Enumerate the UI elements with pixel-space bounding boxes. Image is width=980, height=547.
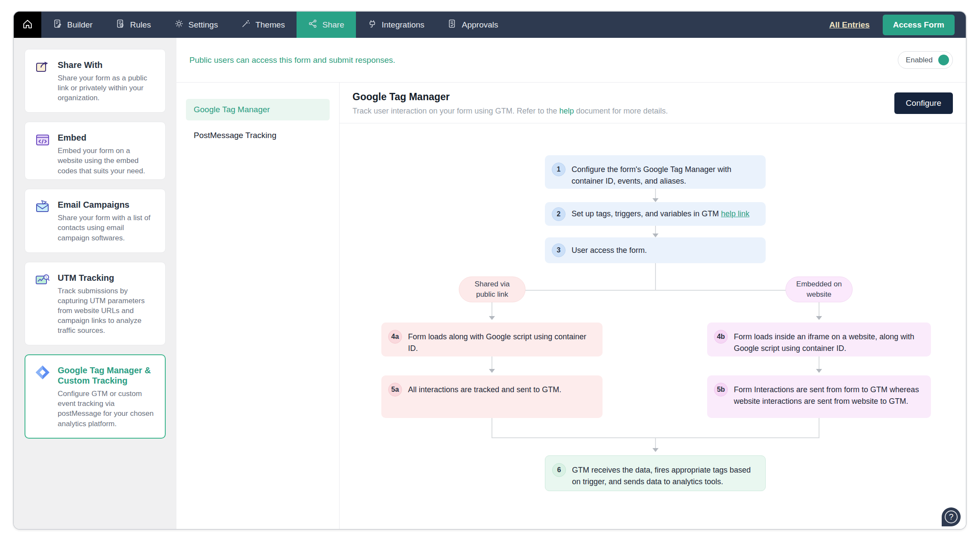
home-icon [22,18,33,31]
connector-line [819,418,819,438]
step-text: GTM receives the data, fires appropriate… [572,463,757,483]
flow-step-4a: 4a Form loads along with Google script u… [381,323,603,356]
card-title: Embed [58,132,156,143]
tab-builder[interactable]: Builder [41,12,104,38]
integrations-icon [368,19,377,31]
card-description: Share your form with a list of contacts … [58,213,156,243]
configure-button[interactable]: Configure [894,92,953,114]
step-text: All interactions are tracked and sent to… [408,383,561,411]
card-title: Email Campaigns [58,199,156,210]
help-link[interactable]: help [560,107,574,115]
enabled-toggle[interactable]: Enabled [898,51,953,69]
connector-line [492,290,819,291]
connector-line [655,263,656,290]
step-text-part: Set up tags, triggers, and variables in … [572,209,721,218]
arrowhead-icon [652,198,658,202]
flow-step-6: 6 GTM receives the data, fires appropria… [545,455,766,491]
subnav-item-postmessage-tracking[interactable]: PostMessage Tracking [186,125,330,146]
themes-icon [241,19,250,31]
gtm-flowchart: 1 Configure the form's Google Tag Manage… [340,123,966,530]
arrowhead-icon [652,448,658,452]
step-badge: 4b [714,330,728,344]
access-banner: Public users can access this form and su… [176,38,966,83]
help-button[interactable]: ? [942,507,961,526]
tab-rules[interactable]: Rules [104,12,163,38]
card-gtm-custom-tracking[interactable]: Google Tag Manager & Custom Tracking Con… [25,354,166,438]
branch-shared-via-public-link: Shared via public link [459,277,526,302]
all-entries-link[interactable]: All Entries [829,20,870,30]
branch-label-line: public link [476,289,508,300]
card-title: Share With [58,59,156,70]
card-share-with[interactable]: Share With Share your form as a public l… [25,49,166,113]
card-content: Email Campaigns Share your form with a l… [58,199,156,243]
card-content: Embed Embed your form on a website using… [58,132,156,170]
tab-settings[interactable]: Settings [163,12,230,38]
app-window: Builder Rules Settings Themes [13,11,967,530]
banner-message: Public users can access this form and su… [189,55,395,65]
subtitle-text: document for more details. [574,107,668,115]
card-utm-tracking[interactable]: UTM Tracking Track submissions by captur… [25,262,166,346]
tab-label: Rules [130,20,151,30]
card-description: Track submissions by capturing UTM param… [58,286,156,336]
card-title: Google Tag Manager & Custom Tracking [58,364,156,386]
share-sidebar: Share With Share your form as a public l… [14,38,176,530]
connector-line [819,302,819,316]
card-embed[interactable]: Embed Embed your form on a website using… [25,122,166,180]
tab-label: Approvals [462,20,498,30]
share-icon [308,19,318,31]
step-text: Form loads along with Google script usin… [408,330,594,349]
content-row: Google Tag Manager PostMessage Tracking … [176,83,966,530]
arrowhead-icon [489,369,495,373]
tracking-subnav: Google Tag Manager PostMessage Tracking [176,83,340,530]
step-badge: 1 [552,163,566,176]
flow-step-1: 1 Configure the form's Google Tag Manage… [545,155,766,189]
approvals-icon [448,19,457,31]
connector-line [655,226,656,234]
tab-label: Share [322,20,344,30]
gear-icon [174,19,184,31]
toggle-knob [938,55,949,65]
step-badge: 6 [552,463,566,477]
right-column: Public users can access this form and su… [176,38,966,530]
card-description: Embed your form on a website using the e… [58,146,156,175]
panel-subtitle: Track user interaction on your form usin… [352,107,953,116]
step-badge: 3 [552,243,566,257]
step-badge: 2 [552,207,566,221]
tab-label: Themes [255,20,285,30]
home-button[interactable] [14,12,41,38]
card-description: Share your form as a public link or priv… [58,73,156,103]
arrowhead-icon [816,316,822,320]
tab-approvals[interactable]: Approvals [436,12,510,38]
utm-chart-icon [34,272,51,288]
embed-code-icon [34,132,51,148]
gtm-help-link[interactable]: help link [721,209,749,218]
toggle-label: Enabled [906,56,933,65]
subtitle-text: Track user interaction on your form usin… [352,107,560,115]
connector-line [492,418,492,438]
connector-line [655,437,656,448]
branch-label-line: Embedded on [796,279,842,289]
builder-icon [53,19,62,31]
arrowhead-icon [652,234,658,237]
branch-embedded-on-website: Embedded on website [785,277,853,302]
step-badge: 5a [388,383,402,396]
email-envelope-icon [34,199,51,215]
tab-share[interactable]: Share [297,12,356,38]
flow-step-3: 3 User access the form. [545,237,766,263]
card-title: UTM Tracking [58,272,156,283]
tab-themes[interactable]: Themes [229,12,297,38]
card-email-campaigns[interactable]: Email Campaigns Share your form with a l… [25,189,166,252]
flow-step-5a: 5a All interactions are tracked and sent… [381,375,603,418]
step-text: Set up tags, triggers, and variables in … [572,208,749,220]
tab-integrations[interactable]: Integrations [356,12,436,38]
screen: Builder Rules Settings Themes [0,0,980,547]
flow-step-4b: 4b Form loads inside an iframe on a webs… [707,323,931,356]
flow-step-2: 2 Set up tags, triggers, and variables i… [545,202,766,226]
subnav-item-google-tag-manager[interactable]: Google Tag Manager [186,99,330,120]
share-arrow-icon [34,59,51,75]
access-form-button[interactable]: Access Form [883,15,955,35]
card-content: Google Tag Manager & Custom Tracking Con… [58,364,156,428]
top-navbar: Builder Rules Settings Themes [14,12,966,38]
gtm-logo-icon [34,364,51,381]
step-text: Configure the form's Google Tag Manager … [572,163,757,181]
